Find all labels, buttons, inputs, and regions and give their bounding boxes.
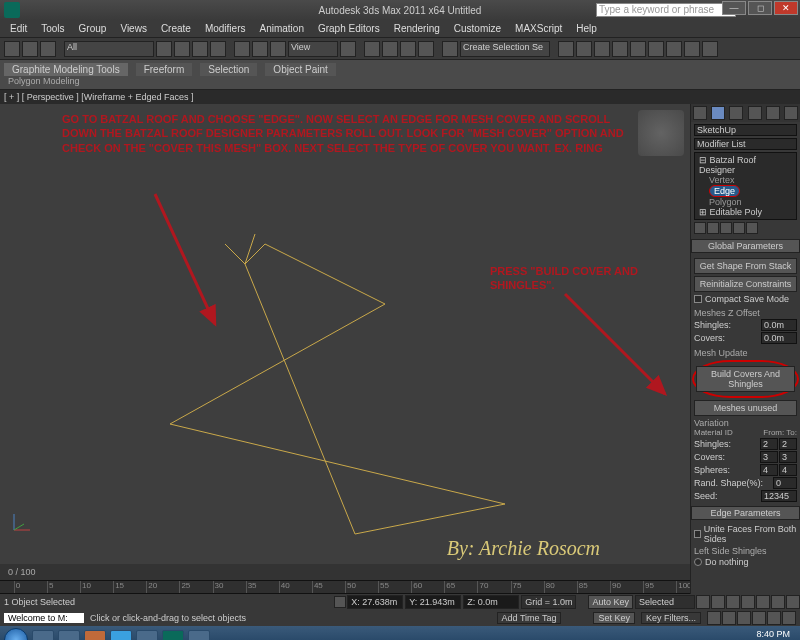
max-toggle-button[interactable]: [782, 611, 796, 625]
x-coord[interactable]: X: 27.638m: [347, 595, 403, 609]
edge-params-rollout[interactable]: Edge Parameters: [691, 506, 800, 520]
hierarchy-tab[interactable]: [729, 106, 743, 120]
reinit-button[interactable]: Reinitialize Constraints: [694, 276, 797, 292]
taskbar-3dsmax-icon[interactable]: [162, 630, 184, 640]
pivot-button[interactable]: [340, 41, 356, 57]
fov-button[interactable]: [767, 611, 781, 625]
menu-edit[interactable]: Edit: [4, 21, 33, 36]
stack-vertex[interactable]: Vertex: [697, 175, 794, 185]
ribbon-tab-object-paint[interactable]: Object Paint: [265, 63, 335, 76]
render-frame-button[interactable]: [684, 41, 700, 57]
spinner-snap-button[interactable]: [418, 41, 434, 57]
minimize-button[interactable]: —: [722, 1, 746, 15]
percent-snap-button[interactable]: [400, 41, 416, 57]
time-slider[interactable]: 0 / 100: [0, 564, 690, 580]
menu-animation[interactable]: Animation: [253, 21, 309, 36]
menu-tools[interactable]: Tools: [35, 21, 70, 36]
global-params-rollout[interactable]: Global Parameters: [691, 239, 800, 253]
time-ruler[interactable]: 0510152025303540455055606570758085909510…: [0, 580, 690, 594]
system-clock[interactable]: 8:40 PM 5/30/2011: [750, 630, 796, 640]
marquee-button[interactable]: [192, 41, 208, 57]
angle-snap-button[interactable]: [382, 41, 398, 57]
taskbar-paint-icon[interactable]: [188, 630, 210, 640]
menu-create[interactable]: Create: [155, 21, 197, 36]
unique-button[interactable]: [720, 222, 732, 234]
menu-maxscript[interactable]: MAXScript: [509, 21, 568, 36]
menu-rendering[interactable]: Rendering: [388, 21, 446, 36]
render-setup-button[interactable]: [666, 41, 682, 57]
close-button[interactable]: ✕: [774, 1, 798, 15]
stack-base[interactable]: Editable Poly: [710, 207, 763, 217]
setkey-button[interactable]: Set Key: [593, 612, 635, 624]
taskbar-firefox-icon[interactable]: [84, 630, 106, 640]
align-button[interactable]: [576, 41, 592, 57]
taskbar-skype-icon[interactable]: [110, 630, 132, 640]
select-name-button[interactable]: [174, 41, 190, 57]
remove-mod-button[interactable]: [733, 222, 745, 234]
rotate-button[interactable]: [252, 41, 268, 57]
seed-spinner[interactable]: 12345: [761, 490, 797, 502]
ribbon-tab-graphite-modeling-tools[interactable]: Graphite Modeling Tools: [4, 63, 128, 76]
next-frame-button[interactable]: [741, 595, 755, 609]
motion-tab[interactable]: [748, 106, 762, 120]
snap-button[interactable]: [364, 41, 380, 57]
mirror-button[interactable]: [558, 41, 574, 57]
viewcube[interactable]: [638, 110, 684, 156]
shingles-to-spinner[interactable]: 2: [779, 438, 797, 450]
taskbar-explorer-icon[interactable]: [32, 630, 54, 640]
editset-button[interactable]: [442, 41, 458, 57]
rand-shape-spinner[interactable]: 0: [773, 477, 797, 489]
prev-frame-button[interactable]: [711, 595, 725, 609]
maximize-button[interactable]: ◻: [748, 1, 772, 15]
window-crossing-button[interactable]: [210, 41, 226, 57]
covers-to-spinner[interactable]: 3: [779, 451, 797, 463]
zoom-button[interactable]: [737, 611, 751, 625]
play-button[interactable]: [726, 595, 740, 609]
keymode-dropdown[interactable]: Selected: [635, 595, 695, 609]
menu-customize[interactable]: Customize: [448, 21, 507, 36]
ribbon-tab-freeform[interactable]: Freeform: [136, 63, 193, 76]
pin-stack-button[interactable]: [694, 222, 706, 234]
coord-system[interactable]: View: [288, 41, 338, 57]
modifier-stack[interactable]: ⊟ Batzal Roof Designer Vertex Edge Polyg…: [694, 152, 797, 220]
unite-faces-checkbox[interactable]: Unite Faces From Both Sides: [694, 524, 797, 544]
curve-editor-button[interactable]: [612, 41, 628, 57]
goto-start-button[interactable]: [696, 595, 710, 609]
spheres-from-spinner[interactable]: 4: [760, 464, 778, 476]
stack-edge[interactable]: Edge: [709, 185, 740, 197]
configure-sets-button[interactable]: [746, 222, 758, 234]
shingles-from-spinner[interactable]: 2: [760, 438, 778, 450]
goto-end-button[interactable]: [756, 595, 770, 609]
orbit-button[interactable]: [722, 611, 736, 625]
autokey-button[interactable]: Auto Key: [588, 595, 633, 609]
do-nothing-radio[interactable]: Do nothing: [694, 557, 797, 567]
compact-save-checkbox[interactable]: Compact Save Mode: [694, 294, 797, 304]
zoom-extents-button[interactable]: [752, 611, 766, 625]
menu-modifiers[interactable]: Modifiers: [199, 21, 252, 36]
viewport-label[interactable]: [ + ] [ Perspective ] [Wireframe + Edged…: [0, 90, 800, 104]
schematic-button[interactable]: [630, 41, 646, 57]
maxscript-listener[interactable]: Welcome to M:: [4, 613, 84, 623]
move-button[interactable]: [234, 41, 250, 57]
display-tab[interactable]: [766, 106, 780, 120]
menu-graph-editors[interactable]: Graph Editors: [312, 21, 386, 36]
modify-tab[interactable]: [711, 106, 725, 120]
create-tab[interactable]: [693, 106, 707, 120]
pan-button[interactable]: [707, 611, 721, 625]
selection-filter[interactable]: All: [64, 41, 154, 57]
keyfilters-button[interactable]: Key Filters...: [641, 612, 701, 624]
lock-button[interactable]: [334, 596, 346, 608]
redo-button[interactable]: [22, 41, 38, 57]
stack-modifier[interactable]: Batzal Roof Designer: [699, 155, 756, 175]
undo-button[interactable]: [4, 41, 20, 57]
viewport[interactable]: GO TO BATZAL ROOF AND CHOOSE "EDGE". NOW…: [0, 104, 690, 594]
selection-set[interactable]: Create Selection Se: [460, 41, 550, 57]
select-button[interactable]: [156, 41, 172, 57]
ribbon-subtab[interactable]: Polygon Modeling: [0, 76, 800, 90]
get-shape-button[interactable]: Get Shape From Stack: [694, 258, 797, 274]
utilities-tab[interactable]: [784, 106, 798, 120]
modifier-list[interactable]: Modifier List: [694, 138, 797, 150]
time-config-button[interactable]: [786, 595, 800, 609]
help-search-input[interactable]: Type a keyword or phrase: [596, 3, 736, 17]
shingles-offset-spinner[interactable]: 0.0m: [761, 319, 797, 331]
